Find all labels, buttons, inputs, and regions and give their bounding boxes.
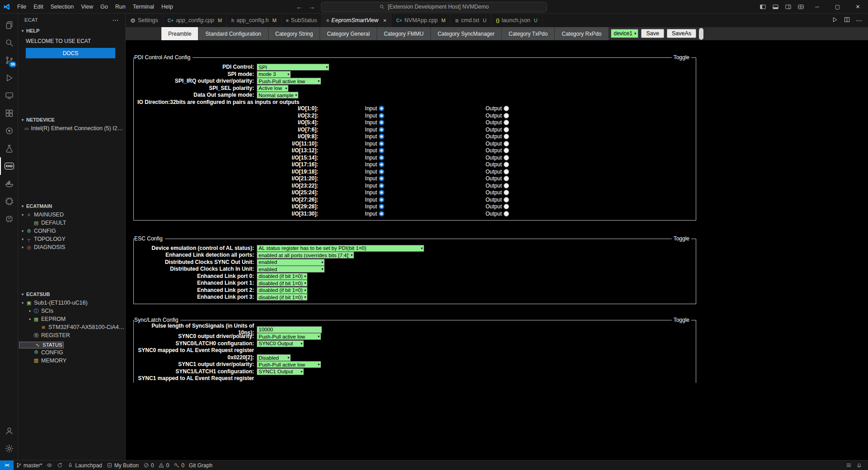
esc-select[interactable]: disabled (if bit 1=0)▾ [257, 280, 307, 287]
save-button[interactable]: Save [641, 29, 664, 38]
command-center[interactable]: [Extension Development Host] NVMDemo [321, 2, 547, 12]
output-radio[interactable] [504, 190, 509, 195]
output-radio[interactable] [504, 197, 509, 202]
output-radio[interactable] [504, 183, 509, 188]
output-radio[interactable] [504, 176, 509, 181]
statusbar-item-bell[interactable] [854, 461, 864, 470]
chip-tool-icon[interactable] [0, 210, 18, 228]
input-radio[interactable] [379, 148, 384, 153]
statusbar-item-my-button[interactable]: My Button [104, 461, 141, 470]
menu-terminal[interactable]: Terminal [129, 4, 158, 10]
editor-tab-cmd-txt[interactable]: ≣cmd.txtU [450, 14, 491, 27]
output-radio[interactable] [504, 141, 509, 146]
input-radio[interactable] [379, 134, 384, 139]
tree-item-stm32f407-ax58100-cia402-spi[interactable]: ≋STM32F407-AX58100-CiA402-SPI... [18, 323, 125, 331]
docker-icon[interactable] [0, 175, 18, 193]
toggle-link[interactable]: Toggle [672, 54, 691, 61]
live-preview-icon[interactable] [0, 122, 18, 140]
toggle-secondary-sidebar-icon[interactable] [782, 0, 794, 14]
source-control-icon[interactable]: 36 [0, 52, 18, 69]
minimize-button[interactable]: ─ [807, 0, 827, 14]
pdi-select[interactable]: mode 3▾ [257, 71, 291, 78]
sync-select[interactable]: Push-Pull active low▾ [257, 361, 321, 368]
tree-item-memory[interactable]: ▥MEMORY [18, 357, 125, 365]
editor-tab-settings[interactable]: ⚙Settings [126, 14, 163, 27]
sync-select[interactable]: SYNC0 Output▾ [257, 340, 304, 347]
sync-text-input[interactable] [257, 326, 322, 333]
saveas-button[interactable]: SaveAs [667, 29, 696, 38]
input-radio[interactable] [379, 197, 384, 202]
accounts-icon[interactable] [0, 422, 18, 440]
remote-explorer-icon[interactable] [0, 87, 18, 104]
esc-select[interactable]: disabled (if bit 1=0)▾ [257, 294, 307, 301]
toggle-panel-icon[interactable] [769, 0, 782, 14]
statusbar-item-eye[interactable] [44, 461, 55, 470]
pdi-select[interactable]: Active low▾ [257, 85, 288, 92]
output-radio[interactable] [504, 169, 509, 174]
more-actions-icon[interactable]: ⋯ [856, 17, 863, 24]
extensions-icon[interactable] [0, 104, 18, 122]
customize-layout-icon[interactable] [794, 0, 807, 14]
sync-select[interactable]: SYNC1 Output▾ [257, 368, 304, 375]
tree-item-topology[interactable]: ▾┬TOPOLOGY [18, 235, 125, 243]
pdi-select[interactable]: Normal sample▾ [257, 92, 298, 99]
wv-tab-category-general[interactable]: Category General [320, 27, 377, 40]
more-actions-icon[interactable]: ⋯ [113, 16, 119, 24]
statusbar-item-sync[interactable] [55, 461, 65, 470]
close-icon[interactable]: ✕ [383, 18, 387, 23]
remote-indicator[interactable]: >< [0, 461, 14, 470]
tree-item-config[interactable]: ▾⚙CONFIG [18, 227, 125, 235]
split-editor-icon[interactable] [844, 16, 850, 24]
device-select[interactable]: device1 ▾ [611, 29, 639, 38]
search-icon[interactable] [0, 34, 18, 52]
tree-item-mainused[interactable]: ▾≡MAINUSED [18, 211, 125, 219]
section-header-ecatsub[interactable]: ▾ ECATSUB [18, 290, 125, 299]
input-radio[interactable] [379, 176, 384, 181]
settings-icon[interactable] [0, 440, 18, 457]
explorer-icon[interactable] [0, 16, 18, 34]
dev-board-icon[interactable] [0, 193, 18, 210]
output-radio[interactable] [504, 113, 509, 118]
wv-tab-preamble[interactable]: Preamble [161, 27, 198, 40]
netdevice-item[interactable]: ▭ Intel(R) Ethernet Connection (5) I219-… [18, 124, 125, 132]
menu-go[interactable]: Go [97, 4, 112, 10]
menu-view[interactable]: View [77, 4, 97, 10]
esc-select[interactable]: enabled▾ [257, 259, 325, 266]
esc-select[interactable]: disabled (if bit 1=0)▾ [257, 273, 307, 280]
menu-run[interactable]: Run [112, 4, 129, 10]
section-header-help[interactable]: ▾ HELP [18, 26, 125, 35]
forward-icon[interactable]: → [309, 3, 315, 10]
input-radio[interactable] [379, 155, 384, 160]
output-radio[interactable] [504, 134, 509, 139]
tree-item-register[interactable]: ⓇREGISTER [18, 331, 125, 339]
statusbar-item-git-graph[interactable]: Git Graph [187, 461, 215, 470]
statusbar-item-0[interactable]: 0 [171, 461, 187, 470]
wv-tab-category-fmmu[interactable]: Category FMMU [377, 27, 431, 40]
maximize-button[interactable]: ▢ [827, 0, 848, 14]
run-icon[interactable] [831, 16, 838, 24]
sync-select[interactable]: Disabled▾ [257, 354, 291, 361]
input-radio[interactable] [379, 162, 384, 167]
output-radio[interactable] [504, 204, 509, 209]
input-radio[interactable] [379, 169, 384, 174]
back-icon[interactable]: ← [296, 3, 302, 10]
tree-item-scis[interactable]: ▾ⓘSCIs [18, 307, 125, 315]
output-radio[interactable] [504, 120, 509, 125]
menu-edit[interactable]: Edit [30, 4, 47, 10]
statusbar-item-0[interactable]: 0 [141, 461, 156, 470]
output-radio[interactable] [504, 127, 509, 132]
toggle-link[interactable]: Toggle [672, 317, 691, 323]
close-button[interactable]: ✕ [848, 0, 868, 14]
input-radio[interactable] [379, 127, 384, 132]
esc-select[interactable]: enabled at all ports (overrides bits [7:… [257, 252, 354, 258]
tree-item-default[interactable]: ▤DEFAULT [18, 219, 125, 227]
docs-button[interactable]: DOCS [26, 48, 115, 58]
editor-tab-launch-json[interactable]: {}launch.jsonU [491, 14, 542, 27]
tree-item-diagnosis[interactable]: ▾◎DIAGNOSIS [18, 243, 125, 251]
sync-select[interactable]: Push-Pull active low▾ [257, 333, 321, 340]
tree-item-eeprom[interactable]: ▾▦EEPROM [18, 315, 125, 323]
input-radio[interactable] [379, 211, 384, 216]
editor-tab-substatus[interactable]: ≡SubStatus [282, 14, 322, 27]
toggle-link[interactable]: Toggle [672, 235, 691, 242]
section-header-netdevice[interactable]: ▾ NETDEVICE [18, 115, 125, 124]
